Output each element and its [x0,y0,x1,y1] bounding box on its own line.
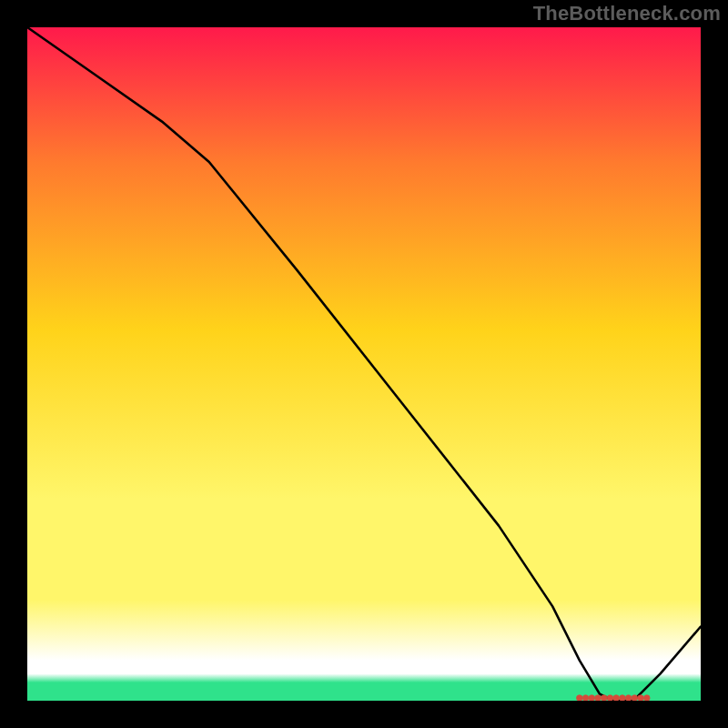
chart-frame: TheBottleneck.com [0,0,728,728]
watermark-text: TheBottleneck.com [533,2,721,25]
bottleneck-chart [27,27,701,701]
flat-dot [576,695,582,701]
flat-dot [601,695,607,701]
flat-dot [632,695,638,701]
flat-dot [589,695,595,701]
flat-dot [620,695,626,701]
gradient-background [27,27,701,701]
flat-dot [638,695,644,701]
flat-dot [643,695,650,701]
flat-dot [582,695,589,701]
flat-dot [625,695,632,701]
flat-dot [595,695,602,701]
flat-dot [607,695,613,701]
flat-dot [613,695,620,701]
